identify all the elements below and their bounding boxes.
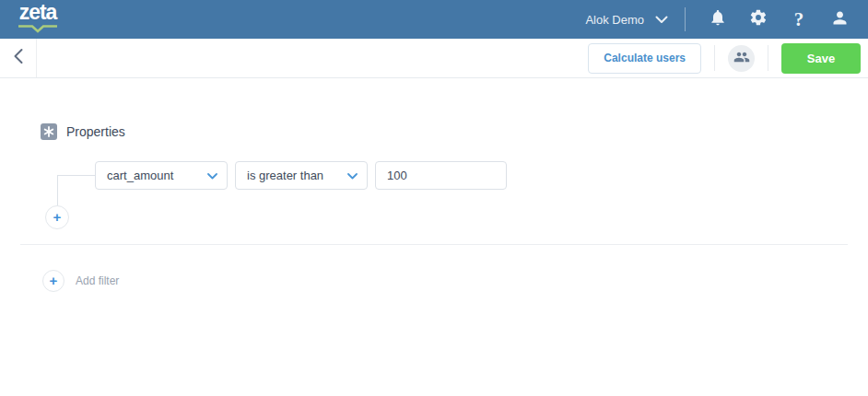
- property-select[interactable]: cart_amount: [95, 161, 228, 190]
- notifications-button[interactable]: [706, 7, 730, 31]
- users-group-icon: [733, 49, 750, 68]
- toolbar-divider: [714, 45, 715, 71]
- save-button[interactable]: Save: [781, 43, 861, 74]
- add-filter-row: + Add filter: [42, 270, 119, 292]
- help-button[interactable]: ?: [787, 7, 811, 31]
- add-filter-button[interactable]: +: [42, 270, 65, 292]
- settings-button[interactable]: [746, 7, 770, 31]
- profile-button[interactable]: [827, 7, 851, 31]
- asterisk-icon: [41, 123, 57, 140]
- chevron-down-icon: [207, 169, 217, 182]
- gear-icon: [749, 8, 768, 30]
- add-filter-label: Add filter: [76, 274, 119, 287]
- audience-users-button[interactable]: [728, 45, 755, 72]
- filter-value-input[interactable]: [375, 161, 507, 190]
- navbar-divider: [685, 7, 686, 31]
- property-select-value: cart_amount: [107, 169, 207, 182]
- bell-icon: [709, 8, 727, 30]
- zeta-logo-underline-icon: [17, 21, 59, 36]
- filter-condition-row: cart_amount is greater than: [95, 161, 507, 190]
- chevron-down-icon: [655, 13, 668, 27]
- operator-select[interactable]: is greater than: [235, 161, 368, 190]
- navbar-right-group: Alok Demo ?: [585, 7, 851, 31]
- plus-icon: +: [53, 210, 62, 224]
- zeta-logo-text: zeta: [19, 3, 57, 22]
- plus-icon: +: [50, 274, 58, 287]
- zeta-logo[interactable]: zeta: [17, 3, 59, 37]
- filter-connector-line: [57, 175, 95, 176]
- properties-section-header: Properties: [41, 123, 125, 140]
- toolbar-right-group: Calculate users Save: [588, 43, 868, 74]
- account-menu[interactable]: Alok Demo: [585, 13, 668, 27]
- action-toolbar: Calculate users Save: [0, 39, 868, 78]
- back-chevron-icon: [13, 48, 24, 68]
- back-button[interactable]: [0, 39, 37, 77]
- top-navbar: zeta Alok Demo: [0, 0, 868, 39]
- operator-select-value: is greater than: [247, 169, 347, 182]
- filter-connector-line: [57, 175, 58, 205]
- chevron-down-icon: [347, 169, 358, 182]
- user-icon: [830, 8, 850, 31]
- segment-builder-content: Properties cart_amount is greater than +: [0, 78, 868, 396]
- toolbar-divider: [768, 45, 768, 71]
- calculate-users-button[interactable]: Calculate users: [588, 43, 701, 74]
- account-name: Alok Demo: [585, 13, 644, 27]
- properties-section-title: Properties: [66, 124, 125, 139]
- add-condition-button[interactable]: +: [45, 205, 69, 229]
- section-divider: [20, 244, 848, 245]
- question-icon: ?: [794, 8, 804, 31]
